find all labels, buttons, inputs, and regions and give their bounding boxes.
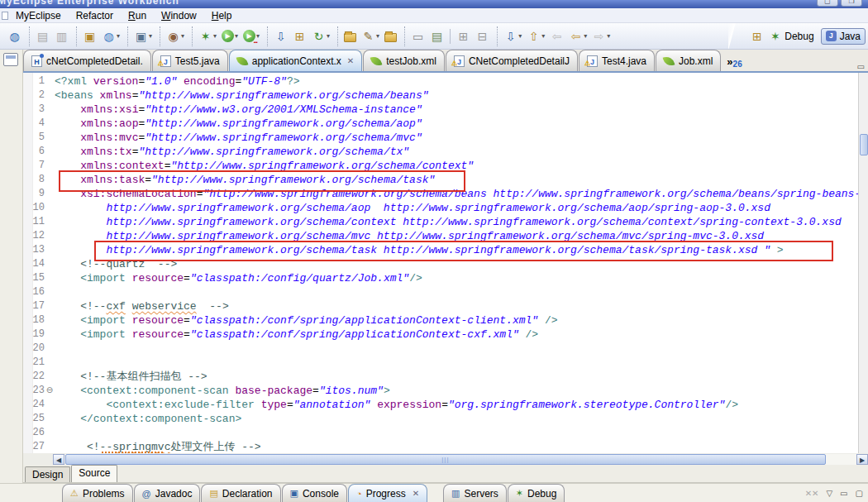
code-segment: resource: [132, 327, 184, 342]
line-number: 27: [23, 440, 45, 453]
more-editors-chevron[interactable]: »26: [722, 53, 746, 71]
html-dot-icon: [40, 54, 44, 58]
perspective-debug-button[interactable]: ✶Debug: [764, 28, 818, 45]
view-tab-javadoc[interactable]: @Javadoc: [134, 484, 201, 502]
editor-tab-job-xml[interactable]: Job.xml: [656, 50, 721, 71]
snapshot-icon[interactable]: ▣▾: [132, 28, 154, 45]
editor-tab-applicationcontext-x[interactable]: applicationContext.x✕: [229, 50, 362, 71]
perspective-java-button[interactable]: JJava: [821, 28, 866, 45]
code-segment: encoding: [184, 74, 235, 88]
new-java-project-icon: ⊞: [293, 30, 307, 43]
back-icon[interactable]: ⇦▾: [567, 28, 589, 45]
fold-margin: [45, 327, 55, 342]
remove-all-terminated-icon[interactable]: ✕✕: [805, 489, 819, 498]
close-view-icon[interactable]: ✕: [413, 489, 419, 498]
view-tab-servers[interactable]: ▥Servers: [443, 484, 507, 502]
new-web-project-icon[interactable]: ▣: [81, 28, 98, 45]
line-number: 16: [23, 285, 45, 299]
scroll-left-arrow[interactable]: ◀: [53, 454, 64, 465]
dropdown-arrow-icon[interactable]: ▾: [541, 32, 545, 40]
page-tab-source[interactable]: Source: [71, 465, 117, 482]
horizontal-scrollbar-thumb[interactable]: |||: [65, 454, 826, 465]
menu-item-myeclipse[interactable]: MyEclipse: [8, 9, 69, 22]
page-tab-design[interactable]: Design: [25, 466, 70, 482]
open-folder-icon[interactable]: [342, 29, 358, 44]
code-segment: expression: [377, 398, 441, 412]
previous-annotation-icon: ⇧: [527, 30, 541, 43]
new-java-project-icon[interactable]: ⊞: [291, 28, 308, 45]
folder-bean-icon[interactable]: [383, 29, 398, 44]
dropdown-arrow-icon[interactable]: ▾: [518, 32, 522, 40]
code-segment: "org.springframework.stereotype.Controll…: [448, 398, 725, 412]
edit-icon[interactable]: ✎▾: [360, 28, 381, 45]
dropdown-arrow-icon[interactable]: ▾: [607, 32, 610, 40]
view-tab-problems[interactable]: ⚠Problems: [62, 484, 133, 502]
code-segment: <import: [80, 271, 131, 285]
new-bean-icon[interactable]: ◉▾: [165, 28, 186, 45]
xml-source-editor[interactable]: 1<?xml version="1.0" encoding="UTF-8"?>2…: [23, 73, 868, 453]
editor-tab-cnetcompleteddetail-[interactable]: HcNetCompletedDetail.: [23, 50, 151, 71]
view-menu-icon[interactable]: ▽: [826, 489, 832, 498]
last-edit-location-icon[interactable]: ⇦: [548, 28, 565, 45]
editor-tab-test4-java[interactable]: J⚠Test4.java: [579, 50, 655, 71]
vertical-scrollbar[interactable]: [858, 73, 868, 453]
web-browser-icon[interactable]: ◍▾: [100, 28, 122, 45]
maximize-view-icon[interactable]: ▢: [856, 489, 863, 498]
dropdown-arrow-icon[interactable]: ▾: [327, 32, 330, 40]
code-pane[interactable]: 1<?xml version="1.0" encoding="UTF-8"?>2…: [23, 74, 858, 453]
next-annotation-icon[interactable]: ⇩▾: [502, 28, 523, 45]
code-segment: version: [93, 74, 139, 88]
fold-collapse-icon[interactable]: ⊖: [45, 384, 55, 398]
editor-tab-test5-java[interactable]: J⚠Test5.java: [152, 50, 228, 71]
dropdown-arrow-icon[interactable]: ▾: [213, 32, 217, 40]
view-tab-progress[interactable]: ◔Progress✕: [348, 484, 427, 502]
view-tab-declaration[interactable]: ▤Declaration: [201, 484, 280, 502]
vertical-scrollbar-thumb[interactable]: [860, 134, 868, 155]
restore-view-icon[interactable]: [3, 53, 18, 66]
dropdown-arrow-icon[interactable]: ▾: [149, 32, 152, 40]
dropdown-arrow-icon[interactable]: ▾: [584, 32, 587, 40]
open-perspective-icon[interactable]: ⊞: [750, 30, 764, 43]
dropdown-arrow-icon[interactable]: ▾: [117, 32, 120, 40]
minimize-view-icon[interactable]: ▭: [840, 489, 847, 498]
save-all-icon[interactable]: ▥: [53, 28, 70, 45]
dropdown-arrow-icon[interactable]: ▾: [181, 32, 184, 40]
refresh-icon[interactable]: ↻▾: [310, 28, 331, 45]
menu-item-window[interactable]: Window: [154, 9, 204, 22]
editor-tab-cnetcompleteddetailj[interactable]: J⚠CNetCompletedDetailJ: [446, 50, 578, 71]
editor-tab-testjob-xml[interactable]: testJob.xml: [363, 50, 445, 71]
import-wizard-icon[interactable]: ⇩: [272, 28, 289, 45]
system-menu-icon[interactable]: [2, 12, 8, 20]
fold-margin: [45, 131, 55, 145]
last-edit-icon[interactable]: ▭: [409, 28, 427, 45]
line-number: 6: [23, 145, 45, 159]
run-icon: ▶: [222, 30, 234, 42]
view-tab-debug[interactable]: ✶Debug: [508, 484, 565, 502]
close-tab-icon[interactable]: ✕: [347, 56, 354, 65]
previous-annotation-icon[interactable]: ⇧▾: [525, 28, 546, 45]
collapse-all-icon[interactable]: ⊟: [474, 28, 491, 45]
menu-item-help[interactable]: Help: [204, 9, 240, 22]
menu-item-refactor[interactable]: Refactor: [69, 9, 121, 22]
menu-item-run[interactable]: Run: [121, 9, 154, 22]
code-segment: xmlns: [100, 88, 132, 103]
xml-document-icon[interactable]: ▤: [428, 28, 446, 45]
restore-window-button[interactable]: ❐: [841, 0, 862, 7]
horizontal-scrollbar[interactable]: ◀ ||| ▶: [23, 453, 868, 465]
forward-icon[interactable]: ⇨▾: [590, 28, 612, 45]
debug-icon[interactable]: ✶▾: [197, 28, 218, 45]
perspective-label: Java: [840, 31, 861, 42]
editor-minimize-maximize-icon[interactable]: ▭: [857, 59, 868, 71]
code-segment: webservice: [132, 299, 197, 313]
view-tab-console[interactable]: ▣Console: [282, 484, 347, 502]
open-web-browser-icon[interactable]: ◍: [6, 28, 23, 45]
scroll-right-arrow[interactable]: ▶: [856, 454, 868, 465]
dropdown-arrow-icon[interactable]: ▾: [376, 32, 379, 40]
print-icon[interactable]: ▤: [34, 28, 51, 45]
line-number: 25: [23, 412, 45, 426]
run-configurations-icon[interactable]: ▶▾: [241, 28, 261, 44]
dropdown-arrow-icon[interactable]: ▾: [235, 32, 238, 40]
maximize-window-button[interactable]: ▢: [817, 0, 838, 7]
expand-all-icon[interactable]: ⊞: [455, 28, 472, 45]
run-icon[interactable]: ▶▾: [220, 28, 240, 44]
